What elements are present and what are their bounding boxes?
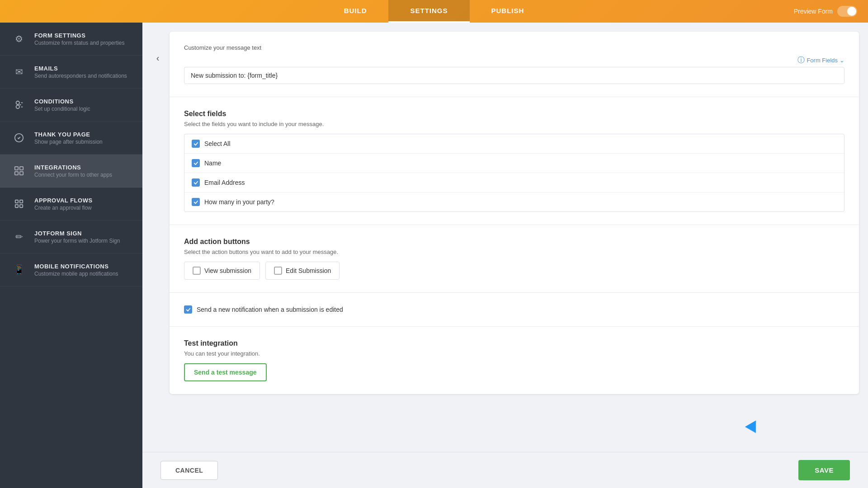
test-integration-section: Test integration You can test your integ… [170,327,859,394]
checkbox-row-name[interactable]: Name [184,154,844,173]
form-fields-label: Form Fields [807,57,838,64]
sidebar-text-conditions: CONDITIONS Set up conditional logic [34,98,90,112]
sidebar-text-jotform-sign: JOTFORM SIGN Power your forms with Jotfo… [34,230,120,244]
form-fields-link[interactable]: ⓘ Form Fields ⌄ [797,56,844,65]
checkbox-row-party[interactable]: How many in your party? [184,192,844,211]
send-test-message-button[interactable]: Send a test message [184,363,267,381]
checkbox-email[interactable] [192,178,200,187]
sidebar-item-integrations[interactable]: INTEGRATIONS Connect your form to other … [0,155,142,188]
svg-rect-7 [15,200,18,203]
action-buttons-section: Add action buttons Select the action but… [170,225,859,293]
main-content: ‹ Customize your message text ⓘ Form Fie… [142,23,868,488]
action-btn-edit-submission[interactable]: Edit Submission [265,262,340,280]
conditions-icon [11,97,27,113]
sidebar: ⚙ FORM SETTINGS Customize form status an… [0,23,142,488]
tab-build[interactable]: BUILD [322,0,389,23]
sidebar-item-emails[interactable]: ✉ EMAILS Send autoresponders and notific… [0,56,142,89]
preview-toggle[interactable] [837,6,857,17]
action-buttons-subtitle: Select the action buttons you want to ad… [184,249,844,255]
sign-icon: ✏ [11,229,27,245]
checkbox-label-party: How many in your party? [204,198,274,206]
test-title: Test integration [184,339,844,347]
select-fields-section: Select fields Select the fields you want… [170,97,859,225]
checkbox-notification[interactable] [184,305,192,314]
checkbox-party[interactable] [192,198,200,206]
approval-icon [11,196,27,212]
select-fields-subtitle: Select the fields you want to include in… [184,121,844,127]
checkbox-label-email: Email Address [204,179,245,186]
customize-section: Customize your message text ⓘ Form Field… [170,32,859,97]
action-buttons-title: Add action buttons [184,238,844,246]
notification-label: Send a new notification when a submissio… [197,306,343,313]
sidebar-item-jotform-sign[interactable]: ✏ JOTFORM SIGN Power your forms with Jot… [0,221,142,253]
tab-settings[interactable]: SETTINGS [388,0,469,23]
checkbox-view-submission[interactable] [193,267,201,275]
sidebar-item-conditions[interactable]: CONDITIONS Set up conditional logic [0,89,142,122]
sidebar-text-approval-flows: APPROVAL FLOWS Create an approval flow [34,197,93,211]
svg-point-1 [16,105,19,108]
message-text-input[interactable] [184,67,844,84]
preview-form-label: Preview Form [794,8,833,15]
sidebar-text-thank-you: THANK YOU PAGE Show page after submissio… [34,131,103,145]
customize-label: Customize your message text [184,44,844,51]
sidebar-text-integrations: INTEGRATIONS Connect your form to other … [34,164,112,178]
form-fields-icon: ⓘ [797,56,805,65]
checkmark-icon [11,130,27,146]
svg-rect-5 [15,172,18,175]
chevron-down-icon: ⌄ [840,57,844,64]
tab-publish[interactable]: PUBLISH [470,0,546,23]
mobile-icon: 📱 [11,262,27,278]
checkbox-select-all[interactable] [192,140,200,148]
svg-rect-3 [15,167,18,170]
fields-checkbox-list: Select All Name Email Address [184,134,844,212]
svg-rect-8 [20,200,23,203]
sidebar-item-thank-you[interactable]: THANK YOU PAGE Show page after submissio… [0,122,142,155]
toggle-thumb [847,7,856,16]
nav-tabs: BUILD SETTINGS PUBLISH [322,0,546,23]
cancel-button[interactable]: CANCEL [160,461,218,480]
gear-icon: ⚙ [11,31,27,47]
svg-point-0 [16,101,19,104]
action-btn-view-submission[interactable]: View submission [184,262,260,280]
svg-rect-4 [20,167,23,170]
action-btn-edit-label: Edit Submission [286,267,331,274]
sidebar-item-form-settings[interactable]: ⚙ FORM SETTINGS Customize form status an… [0,23,142,56]
checkbox-edit-submission[interactable] [274,267,282,275]
sidebar-text-mobile-notifications: MOBILE NOTIFICATIONS Customize mobile ap… [34,263,118,277]
save-button[interactable]: SAVE [798,460,850,480]
integrations-icon [11,163,27,179]
sidebar-text-form-settings: FORM SETTINGS Customize form status and … [34,32,124,46]
notification-row[interactable]: Send a new notification when a submissio… [184,305,844,314]
test-subtitle: You can test your integration. [184,350,844,357]
checkbox-row-select-all[interactable]: Select All [184,134,844,154]
svg-rect-6 [20,172,23,175]
email-icon: ✉ [11,64,27,80]
notification-section: Send a new notification when a submissio… [170,293,859,327]
bottom-bar: CANCEL SAVE [142,452,868,488]
checkbox-name[interactable] [192,159,200,167]
back-arrow[interactable]: ‹ [150,50,166,66]
checkbox-label-name: Name [204,160,221,167]
svg-rect-9 [15,205,18,207]
sidebar-item-mobile-notifications[interactable]: 📱 MOBILE NOTIFICATIONS Customize mobile … [0,253,142,286]
select-fields-title: Select fields [184,110,844,118]
preview-form-area: Preview Form [794,6,857,17]
action-buttons-list: View submission Edit Submission [184,262,844,280]
checkbox-row-email[interactable]: Email Address [184,173,844,192]
top-navigation: BUILD SETTINGS PUBLISH Preview Form [0,0,868,23]
action-btn-view-label: View submission [204,267,251,274]
sidebar-text-emails: EMAILS Send autoresponders and notificat… [34,65,127,79]
sidebar-item-approval-flows[interactable]: APPROVAL FLOWS Create an approval flow [0,188,142,221]
svg-rect-10 [20,205,23,207]
checkbox-label-select-all: Select All [204,140,231,147]
content-panel: Customize your message text ⓘ Form Field… [170,32,859,394]
